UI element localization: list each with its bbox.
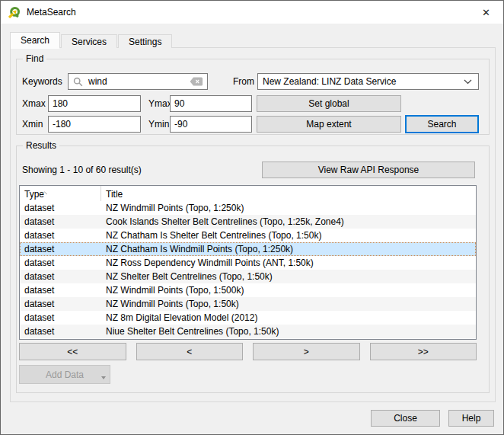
results-group-label: Results — [23, 140, 59, 152]
ymin-value: -90 — [174, 119, 187, 130]
search-button[interactable]: Search — [405, 115, 479, 133]
close-button[interactable]: Close — [371, 410, 440, 427]
qgis-logo-icon — [8, 6, 21, 18]
row-title: Cook Islands Shelter Belt Centrelines (T… — [101, 215, 476, 229]
ymin-label: Ymin — [148, 116, 169, 133]
keywords-value: wind — [88, 76, 190, 87]
tab-services[interactable]: Services — [61, 34, 117, 48]
table-header: Type Title — [20, 186, 476, 201]
table-row[interactable]: dataset NZ Windmill Points (Topo, 1:500k… — [20, 283, 476, 297]
catalog-select[interactable]: New Zealand: LINZ Data Service — [257, 73, 479, 90]
column-header-type[interactable]: Type — [20, 186, 101, 201]
xmin-input[interactable]: -180 — [48, 116, 141, 133]
table-row[interactable]: dataset NZ Shelter Belt Centrelines (Top… — [20, 270, 476, 283]
table-row[interactable]: dataset NZ Windmill Points (Topo, 1:50k) — [20, 297, 476, 311]
row-type: dataset — [20, 311, 101, 325]
row-type: dataset — [20, 242, 101, 256]
table-row[interactable]: dataset NZ Ross Dependency Windmill Poin… — [20, 256, 476, 270]
results-status-text: Showing 1 - 10 of 60 result(s) — [22, 162, 142, 178]
menu-arrow-icon — [101, 376, 106, 379]
ymax-input[interactable]: 90 — [170, 95, 252, 112]
find-group-label: Find — [23, 53, 46, 65]
table-row[interactable]: dataset Niue Shelter Belt Centrelines (T… — [20, 325, 476, 338]
row-title: NZ 8m Digital Elevation Model (2012) — [101, 311, 476, 325]
map-extent-button[interactable]: Map extent — [257, 116, 401, 133]
window-title: MetaSearch — [27, 1, 76, 24]
chevron-down-icon — [464, 79, 472, 85]
row-type: dataset — [20, 256, 101, 270]
results-table: Type Title dataset NZ Windmill Points (T… — [19, 185, 477, 340]
keywords-label: Keywords — [22, 73, 62, 90]
help-button[interactable]: Help — [448, 410, 494, 427]
keywords-input[interactable]: wind — [68, 73, 208, 90]
row-type: dataset — [20, 297, 101, 311]
table-row[interactable]: dataset Cook Islands Shelter Belt Centre… — [20, 215, 476, 229]
row-title: Niue Shelter Belt Centrelines (Topo, 1:5… — [101, 325, 476, 338]
tab-search[interactable]: Search — [10, 32, 60, 48]
window-close-button[interactable]: ✕ — [469, 1, 503, 24]
column-header-title[interactable]: Title — [101, 186, 476, 201]
row-title: NZ Windmill Points (Topo, 1:500k) — [101, 283, 476, 297]
add-data-button[interactable]: Add Data — [19, 365, 110, 384]
view-raw-api-response-button[interactable]: View Raw API Response — [262, 162, 475, 178]
row-title: NZ Windmill Points (Topo, 1:50k) — [101, 297, 476, 311]
ymax-value: 90 — [174, 98, 184, 109]
table-row-selected[interactable]: dataset NZ Chatham Is Windmill Points (T… — [20, 242, 476, 256]
row-title: NZ Ross Dependency Windmill Points (ANT,… — [101, 256, 476, 270]
magnifier-icon — [73, 77, 83, 87]
tab-bar: Search Services Settings — [10, 32, 173, 48]
row-type: dataset — [20, 201, 101, 215]
row-type: dataset — [20, 229, 101, 242]
xmin-label: Xmin — [22, 116, 43, 133]
table-row[interactable]: dataset NZ 8m Digital Elevation Model (2… — [20, 311, 476, 325]
row-type: dataset — [20, 283, 101, 297]
sort-ascending-icon — [41, 187, 48, 197]
pagination-bar: << < > >> — [19, 343, 477, 360]
xmax-input[interactable]: 180 — [48, 95, 141, 112]
ymin-input[interactable]: -90 — [170, 116, 252, 133]
xmin-value: -180 — [53, 119, 71, 130]
row-type: dataset — [20, 215, 101, 229]
last-page-button[interactable]: >> — [370, 343, 477, 360]
next-page-button[interactable]: > — [253, 343, 360, 360]
xmax-label: Xmax — [22, 95, 46, 112]
from-label: From — [233, 73, 254, 90]
catalog-selected-value: New Zealand: LINZ Data Service — [263, 76, 464, 87]
ymax-label: Ymax — [148, 95, 172, 112]
table-row[interactable]: dataset NZ Chatham Is Shelter Belt Centr… — [20, 229, 476, 242]
table-row[interactable]: dataset NZ Windmill Points (Topo, 1:250k… — [20, 201, 476, 215]
row-type: dataset — [20, 270, 101, 283]
row-title: NZ Shelter Belt Centrelines (Topo, 1:50k… — [101, 270, 476, 283]
clear-search-icon[interactable] — [190, 77, 203, 86]
row-type: dataset — [20, 325, 101, 338]
set-global-button[interactable]: Set global — [257, 95, 401, 112]
previous-page-button[interactable]: < — [136, 343, 244, 360]
title-bar: MetaSearch ✕ — [1, 1, 503, 24]
row-title: NZ Windmill Points (Topo, 1:250k) — [101, 201, 476, 215]
row-title: NZ Chatham Is Shelter Belt Centrelines (… — [101, 229, 476, 242]
xmax-value: 180 — [53, 98, 68, 109]
row-title: NZ Chatham Is Windmill Points (Topo, 1:2… — [101, 242, 476, 256]
metasearch-dialog: MetaSearch ✕ Search Services Settings Fi… — [0, 0, 504, 435]
first-page-button[interactable]: << — [19, 343, 126, 360]
tab-settings[interactable]: Settings — [118, 34, 172, 48]
